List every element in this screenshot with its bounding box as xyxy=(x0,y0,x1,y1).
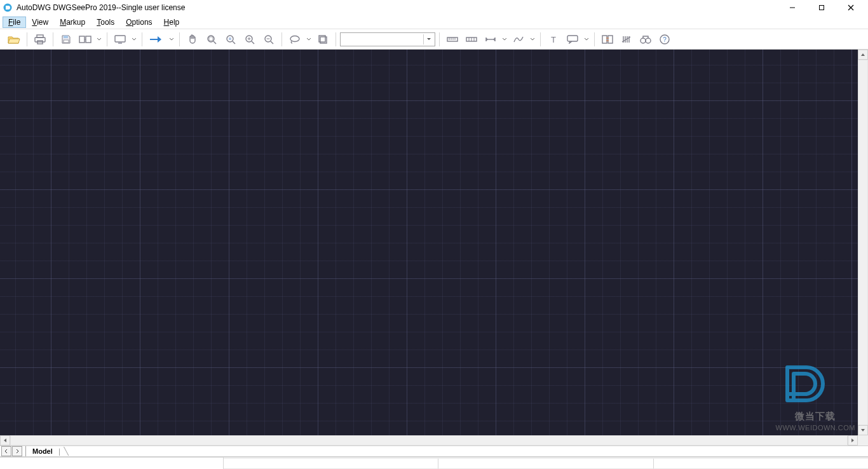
dimension-button[interactable] xyxy=(482,31,499,48)
svg-point-15 xyxy=(208,36,214,42)
find-button[interactable] xyxy=(637,31,654,48)
close-button[interactable] xyxy=(836,0,865,15)
svg-rect-44 xyxy=(608,36,613,43)
tab-nav-next[interactable] xyxy=(12,446,22,456)
horizontal-scrollbar[interactable] xyxy=(0,435,858,445)
scroll-track[interactable] xyxy=(858,60,868,425)
grid-canvas xyxy=(0,50,858,435)
zoom-in-button[interactable] xyxy=(241,31,259,48)
polyline-icon xyxy=(513,35,524,44)
separator xyxy=(336,32,336,46)
status-panel-3 xyxy=(654,458,868,469)
svg-line-16 xyxy=(214,41,216,44)
help-button[interactable]: ? xyxy=(656,31,674,48)
compare-icon xyxy=(602,34,613,44)
measure-dist-button[interactable] xyxy=(444,31,461,48)
svg-point-51 xyxy=(646,38,651,43)
count-button[interactable] xyxy=(618,31,635,48)
batch-convert-button[interactable] xyxy=(76,31,94,48)
svg-rect-13 xyxy=(118,43,122,44)
pan-button[interactable] xyxy=(184,31,201,48)
hand-icon xyxy=(187,34,198,44)
compare-button[interactable] xyxy=(599,31,616,48)
goto-button[interactable] xyxy=(146,31,166,48)
separator xyxy=(179,32,180,46)
goto-dropdown[interactable] xyxy=(168,31,175,48)
combo-dropdown-icon xyxy=(423,34,433,44)
lasso-dropdown[interactable] xyxy=(305,31,313,48)
scroll-track[interactable] xyxy=(10,435,848,445)
svg-line-26 xyxy=(271,41,273,44)
zoom-window-button[interactable] xyxy=(222,31,240,48)
tab-model[interactable]: Model xyxy=(26,447,60,456)
separator xyxy=(142,32,142,46)
screen-button[interactable] xyxy=(111,31,129,48)
svg-rect-12 xyxy=(115,36,125,42)
polyline-dropdown[interactable] xyxy=(529,31,536,48)
svg-rect-2 xyxy=(820,6,824,10)
tally-icon xyxy=(621,35,632,44)
layers-icon xyxy=(318,34,328,44)
batch-dropdown[interactable] xyxy=(95,31,103,48)
save-button[interactable] xyxy=(57,31,75,48)
scroll-right-button[interactable] xyxy=(848,435,858,445)
minimize-button[interactable] xyxy=(778,0,807,15)
svg-text:?: ? xyxy=(663,36,667,43)
separator xyxy=(281,32,282,46)
scroll-down-button[interactable] xyxy=(858,425,868,435)
dimension-dropdown[interactable] xyxy=(501,31,508,48)
open-button[interactable] xyxy=(5,31,23,48)
menu-tools[interactable]: Tools xyxy=(91,17,120,28)
scroll-up-button[interactable] xyxy=(858,50,868,60)
binoculars-icon xyxy=(640,35,651,44)
magnifier-plus-icon xyxy=(245,34,255,44)
magnifier-minus-icon xyxy=(264,34,274,44)
svg-rect-11 xyxy=(86,36,91,43)
svg-text:T: T xyxy=(551,35,556,44)
svg-rect-20 xyxy=(229,37,231,40)
dimension-icon xyxy=(485,36,496,43)
separator xyxy=(594,32,595,46)
scroll-left-button[interactable] xyxy=(0,435,10,445)
separator xyxy=(53,32,53,46)
svg-rect-43 xyxy=(602,36,607,43)
menu-file[interactable]: File xyxy=(3,17,26,28)
screen-dropdown[interactable] xyxy=(130,31,138,48)
maximize-button[interactable] xyxy=(807,0,836,15)
text-icon: T xyxy=(549,35,558,44)
text-button[interactable]: T xyxy=(545,31,562,48)
drawing-area[interactable]: 微当下载 WWW.WEIDOWN.COM xyxy=(0,50,868,445)
lasso-icon xyxy=(289,35,301,44)
polyline-button[interactable] xyxy=(510,31,527,48)
titlebar: AutoDWG DWGSeePro 2019--Single user lice… xyxy=(0,0,868,15)
measure-area-button[interactable] xyxy=(463,31,480,48)
comment-button[interactable] xyxy=(564,31,581,48)
status-panel-2 xyxy=(438,458,653,469)
folder-open-icon xyxy=(8,34,20,44)
vertical-scrollbar[interactable] xyxy=(858,50,868,435)
monitor-icon xyxy=(114,34,126,44)
zoom-extents-button[interactable] xyxy=(203,31,220,48)
tab-nav-prev[interactable] xyxy=(1,446,11,456)
menubar: FileViewMarkupToolsOptionsHelp xyxy=(0,15,868,29)
svg-line-22 xyxy=(252,41,254,44)
print-button[interactable] xyxy=(31,31,49,48)
status-panel-1 xyxy=(224,458,438,469)
svg-point-28 xyxy=(290,36,299,41)
lasso-button[interactable] xyxy=(286,31,304,48)
layers-button[interactable] xyxy=(314,31,332,48)
comment-dropdown[interactable] xyxy=(583,31,590,48)
zoom-out-button[interactable] xyxy=(260,31,278,48)
svg-rect-42 xyxy=(567,36,578,41)
window-title: AutoDWG DWGSeePro 2019--Single user lice… xyxy=(17,3,778,12)
menu-markup[interactable]: Markup xyxy=(54,17,91,28)
menu-options[interactable]: Options xyxy=(120,17,158,28)
menu-help[interactable]: Help xyxy=(158,17,186,28)
arrow-right-icon xyxy=(149,35,164,44)
svg-rect-6 xyxy=(35,37,45,42)
svg-rect-10 xyxy=(79,36,85,43)
menu-view[interactable]: View xyxy=(26,17,54,28)
svg-line-19 xyxy=(233,41,235,44)
layer-combo[interactable] xyxy=(340,32,435,46)
svg-point-50 xyxy=(641,38,646,43)
